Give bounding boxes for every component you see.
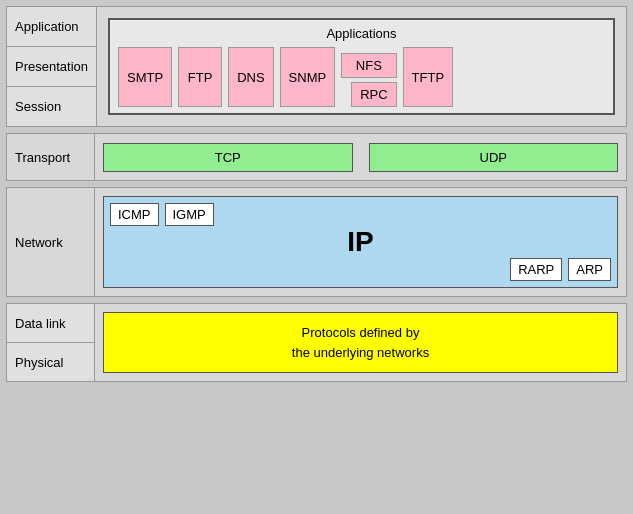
rarp-box: RARP bbox=[510, 258, 562, 281]
transport-band: Transport TCP UDP bbox=[6, 133, 627, 181]
dl-label-group: Data link Physical bbox=[7, 304, 95, 381]
application-band: Application Presentation Session Applica… bbox=[6, 6, 627, 127]
presentation-label: Presentation bbox=[7, 47, 96, 87]
applications-title: Applications bbox=[118, 26, 605, 41]
network-band: Network ICMP IGMP IP RARP ARP bbox=[6, 187, 627, 297]
network-diagram: Application Presentation Session Applica… bbox=[0, 0, 633, 514]
applications-container: Applications SMTP FTP DNS SNMP NFS RPC T… bbox=[108, 18, 615, 115]
session-label: Session bbox=[7, 87, 96, 126]
datalink-band: Data link Physical Protocols defined byt… bbox=[6, 303, 627, 382]
transport-label: Transport bbox=[7, 134, 95, 180]
tftp-box: TFTP bbox=[403, 47, 454, 107]
network-inner: ICMP IGMP IP RARP ARP bbox=[103, 196, 618, 288]
application-label: Application bbox=[7, 7, 96, 47]
igmp-box: IGMP bbox=[165, 203, 214, 226]
snmp-box: SNMP bbox=[280, 47, 336, 107]
dl-content: Protocols defined bythe underlying netwo… bbox=[95, 304, 626, 381]
app-label-group: Application Presentation Session bbox=[7, 7, 97, 126]
rpc-box: RPC bbox=[351, 82, 396, 107]
network-bottom-row: RARP ARP bbox=[110, 258, 611, 281]
transport-content: TCP UDP bbox=[95, 135, 626, 180]
datalink-label: Data link bbox=[7, 304, 94, 343]
physical-label: Physical bbox=[7, 343, 94, 381]
ip-label: IP bbox=[110, 226, 611, 258]
dns-box: DNS bbox=[228, 47, 273, 107]
dl-protocols-text: Protocols defined bythe underlying netwo… bbox=[292, 325, 429, 360]
udp-box: UDP bbox=[369, 143, 619, 172]
network-label: Network bbox=[7, 188, 95, 296]
nfs-box: NFS bbox=[341, 53, 396, 78]
tcp-box: TCP bbox=[103, 143, 353, 172]
network-top-row: ICMP IGMP bbox=[110, 203, 611, 226]
network-content: ICMP IGMP IP RARP ARP bbox=[95, 188, 626, 296]
protocols-row: SMTP FTP DNS SNMP NFS RPC TFTP bbox=[118, 47, 605, 107]
icmp-box: ICMP bbox=[110, 203, 159, 226]
nfs-rpc-group: NFS RPC bbox=[341, 53, 396, 107]
smtp-box: SMTP bbox=[118, 47, 172, 107]
arp-box: ARP bbox=[568, 258, 611, 281]
dl-protocols-box: Protocols defined bythe underlying netwo… bbox=[103, 312, 618, 373]
ftp-box: FTP bbox=[178, 47, 222, 107]
